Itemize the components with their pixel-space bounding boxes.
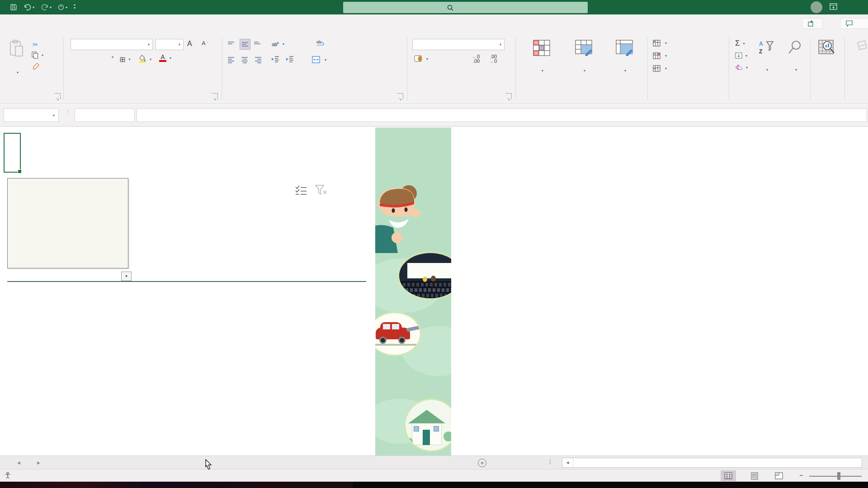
wrap-text-button[interactable]: ab [316, 40, 326, 47]
eraser-icon [735, 64, 743, 70]
insert-cells-button[interactable]: ▾ [653, 40, 667, 47]
sensitivity-button[interactable] [848, 38, 868, 90]
conditional-formatting-icon [522, 40, 561, 57]
align-center-button[interactable] [241, 56, 248, 64]
sort-filter-icon: AZ [752, 40, 780, 56]
name-box-dropdown-icon[interactable]: ▾ [53, 113, 55, 117]
font-dialog-launcher[interactable] [212, 93, 218, 99]
zoom-out-button[interactable]: − [799, 471, 803, 479]
undo-button[interactable]: ▾ [24, 4, 34, 11]
new-sheet-button[interactable]: + [478, 459, 486, 467]
scroll-left-icon[interactable]: ◄ [562, 458, 573, 467]
borders-button[interactable]: ⊞▾ [119, 55, 130, 64]
autosum-button[interactable]: Σ▾ [735, 39, 745, 48]
share-icon [808, 20, 814, 27]
page-layout-view-button[interactable] [747, 470, 762, 481]
decrease-decimal-button[interactable]: .00→0 [489, 54, 497, 63]
comments-button[interactable] [840, 18, 868, 29]
conditional-formatting-button[interactable]: ▾ [522, 38, 561, 90]
cell-styles-button[interactable]: ▾ [605, 38, 644, 90]
formula-input[interactable] [137, 108, 867, 122]
copy-icon [32, 52, 38, 59]
zoom-slider-handle[interactable] [837, 472, 840, 480]
find-select-button[interactable]: ▾ [781, 38, 809, 90]
pivot-filter-button[interactable]: ▼ [121, 272, 132, 281]
next-sheet-icon[interactable]: ► [36, 456, 41, 469]
clear-button[interactable]: ▾ [735, 64, 748, 70]
fill-icon [735, 52, 742, 59]
bottom-align-button[interactable] [254, 41, 260, 45]
fill-button[interactable]: ▾ [735, 52, 747, 59]
search-input[interactable] [343, 2, 588, 13]
avatar[interactable] [811, 1, 822, 13]
normal-view-button[interactable] [721, 470, 736, 481]
format-painter-icon [33, 62, 40, 70]
formula-bar-handle[interactable]: ⋮ [65, 110, 71, 113]
orientation-icon: ab [271, 40, 279, 48]
clipboard-dialog-launcher[interactable] [54, 93, 61, 99]
search-icon [447, 5, 453, 11]
increase-font-button[interactable]: Aˆ [187, 40, 194, 48]
svg-text:ab: ab [316, 40, 321, 44]
format-cells-button[interactable]: ▾ [653, 65, 667, 72]
number-format-select[interactable]: ▾ [412, 39, 505, 50]
ribbon-display-options-icon[interactable] [830, 3, 837, 11]
sort-filter-button[interactable]: AZ ▾ [752, 38, 780, 90]
slicer-multiselect-icon[interactable] [295, 184, 307, 198]
slicer-clear-filter-icon[interactable] [315, 184, 327, 198]
accessibility-status[interactable] [5, 472, 14, 479]
analyze-data-button[interactable] [813, 38, 841, 90]
house-illustration [404, 399, 451, 452]
middle-align-button[interactable] [240, 39, 250, 50]
paste-icon [5, 40, 29, 59]
ribbon: ▾ ✂ ▾ ▾ ▾ Aˆ Aˇ ▾ ⊞▾ ▾ A ▾ ab▾ [0, 35, 868, 104]
redo-button[interactable]: ▾ [41, 4, 52, 11]
format-painter-button[interactable] [33, 62, 40, 70]
cell-styles-icon [605, 40, 644, 57]
scrollbar-thumb[interactable] [573, 458, 862, 467]
font-color-button[interactable]: A ▾ [159, 54, 171, 62]
align-right-button[interactable] [255, 56, 261, 64]
delete-cells-icon [653, 52, 660, 59]
decrease-font-button[interactable]: Aˇ [202, 40, 208, 47]
delete-cells-button[interactable]: ▾ [653, 52, 667, 59]
status-bar: − [0, 469, 868, 482]
prev-sheet-icon[interactable]: ◄ [16, 456, 21, 469]
format-as-table-button[interactable]: ▾ [564, 38, 603, 90]
accounting-format-button[interactable]: ▾ [414, 55, 428, 62]
align-left-button[interactable] [228, 56, 234, 64]
insert-cells-icon [653, 40, 660, 47]
wrap-text-icon: ab [316, 40, 325, 47]
underline-button[interactable]: ▾ [99, 55, 113, 59]
font-name-select[interactable]: ▾ [71, 39, 153, 50]
cut-button[interactable]: ✂ [33, 41, 38, 49]
touch-mouse-mode-icon[interactable]: ▾ [58, 4, 67, 11]
share-button[interactable] [802, 18, 823, 29]
copy-button[interactable]: ▾ [32, 52, 43, 59]
font-size-select[interactable]: ▾ [156, 39, 184, 50]
save-icon[interactable] [10, 4, 17, 11]
mouse-cursor [204, 459, 213, 472]
selected-cell-a1[interactable] [4, 133, 21, 173]
worksheet[interactable]: ▼ [0, 127, 868, 455]
fill-color-button[interactable]: ▾ [138, 54, 151, 64]
horizontal-scrollbar[interactable]: ◄ [562, 458, 862, 468]
font-color-icon: A [159, 54, 166, 62]
increase-decimal-button[interactable]: ←0.00 [472, 54, 480, 63]
top-align-button[interactable] [228, 41, 234, 45]
increase-indent-button[interactable] [286, 56, 294, 62]
alignment-dialog-launcher[interactable] [397, 93, 403, 99]
page-break-preview-button[interactable] [771, 470, 787, 481]
accessibility-icon [5, 472, 11, 479]
name-box[interactable]: ▾ [4, 108, 59, 122]
paste-button[interactable]: ▾ [5, 38, 29, 90]
comment-icon [846, 20, 853, 27]
sheet-note-tooltip [7, 178, 128, 268]
orientation-button[interactable]: ab▾ [271, 40, 284, 48]
number-dialog-launcher[interactable] [505, 93, 512, 99]
tabbar-kebab-icon[interactable]: ⋮ [547, 458, 553, 465]
customize-qat-icon[interactable]: ▾ [74, 5, 75, 10]
zoom-slider[interactable] [809, 476, 862, 477]
decrease-indent-button[interactable] [271, 56, 279, 62]
merge-center-button[interactable]: ▾ [312, 56, 326, 63]
